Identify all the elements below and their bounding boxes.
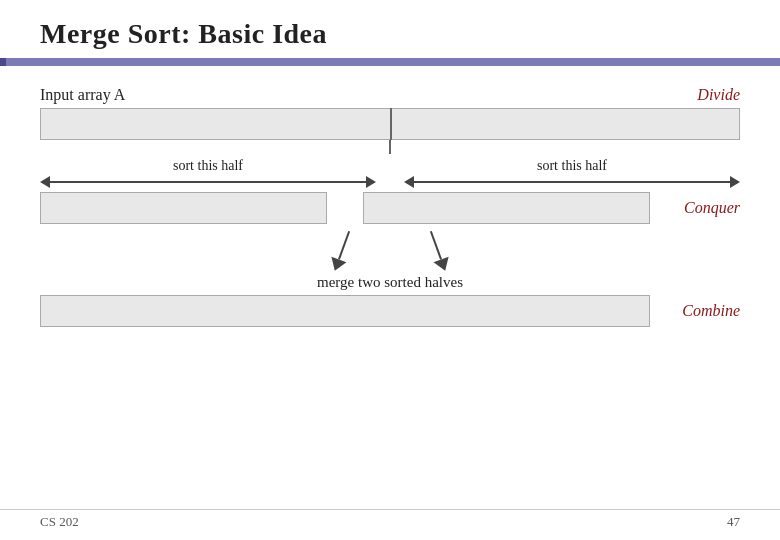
left-down-head (327, 257, 346, 274)
right-bidir-arrow (404, 176, 740, 188)
left-arrowhead-right (366, 176, 376, 188)
input-label-row: Input array A Divide (40, 86, 740, 104)
sort-right-label: sort this half (537, 158, 607, 174)
accent-bar (0, 58, 780, 66)
left-arrow-line (50, 181, 366, 183)
content-area: Input array A Divide sort this half (0, 66, 780, 327)
right-down-arrow (423, 229, 452, 274)
right-half-array (363, 192, 650, 224)
left-bidir-arrow (40, 176, 376, 188)
left-arrowhead-left (40, 176, 50, 188)
sort-arrows-row: sort this half sort this half (40, 158, 740, 188)
down-arrows-row (40, 230, 740, 272)
right-arrow-line (414, 181, 730, 183)
slide-title: Merge Sort: Basic Idea (40, 18, 740, 50)
center-divider (390, 108, 392, 140)
footer-page-number: 47 (727, 514, 740, 530)
merge-label-row: merge two sorted halves (40, 274, 740, 291)
combine-row: Combine (40, 295, 740, 327)
input-array-label: Input array A (40, 86, 125, 104)
vertical-line (389, 140, 391, 154)
vert-line-top (40, 140, 740, 154)
left-half-array (40, 192, 327, 224)
right-half-group: sort this half (404, 158, 740, 188)
half-boxes-wrapper (40, 192, 650, 224)
left-half-group: sort this half (40, 158, 376, 188)
combine-label: Combine (660, 302, 740, 320)
right-arrowhead-left (404, 176, 414, 188)
title-bar: Merge Sort: Basic Idea (0, 0, 780, 50)
conquer-label: Conquer (660, 199, 740, 217)
merge-label: merge two sorted halves (317, 274, 463, 291)
left-down-arrow (327, 229, 356, 274)
footer-course: CS 202 (40, 514, 79, 530)
right-arrowhead-right (730, 176, 740, 188)
combined-array-box (40, 295, 650, 327)
slide: Merge Sort: Basic Idea Input array A Div… (0, 0, 780, 540)
left-down-line (338, 231, 350, 260)
right-down-line (430, 231, 442, 260)
sort-left-label: sort this half (173, 158, 243, 174)
half-boxes-conquer-row: Conquer (40, 192, 740, 224)
footer: CS 202 47 (0, 509, 780, 530)
input-array-box (40, 108, 740, 140)
right-down-head (434, 257, 453, 274)
divide-label: Divide (660, 86, 740, 104)
